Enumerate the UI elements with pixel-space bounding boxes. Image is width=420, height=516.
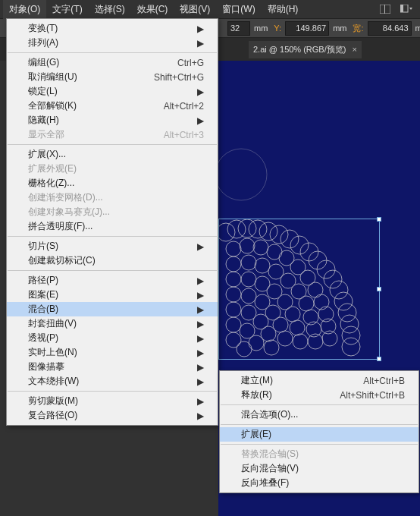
menu-item[interactable]: 隐藏(H)▶ bbox=[7, 113, 218, 127]
menu-item-label: 反向堆叠(F) bbox=[241, 477, 405, 489]
submenu-arrow-icon: ▶ bbox=[196, 87, 204, 97]
menu-item[interactable]: 扩展(X)... bbox=[7, 147, 218, 162]
submenu-arrow-icon: ▶ bbox=[196, 115, 204, 126]
menu-item[interactable]: 反向混合轴(V) bbox=[220, 461, 418, 476]
menu-item[interactable]: 反向堆叠(F) bbox=[220, 476, 418, 490]
separator bbox=[8, 144, 217, 145]
menu-item-label: 编组(G) bbox=[28, 56, 177, 69]
menu-item-label: 透视(P) bbox=[28, 332, 196, 345]
separator bbox=[8, 52, 217, 53]
w-input[interactable] bbox=[368, 21, 412, 36]
menu-item[interactable]: 混合(B)▶ bbox=[7, 302, 218, 316]
menu-help[interactable]: 帮助(H) bbox=[262, 0, 305, 19]
menu-item[interactable]: 图像描摹▶ bbox=[7, 360, 218, 374]
menu-view[interactable]: 视图(V) bbox=[174, 0, 216, 19]
menu-item[interactable]: 创建裁切标记(C) bbox=[7, 253, 218, 268]
menu-item[interactable]: 扩展(E) bbox=[220, 427, 418, 442]
menu-item[interactable]: 路径(P)▶ bbox=[7, 273, 218, 288]
menu-item-label: 图像描摹 bbox=[28, 360, 196, 373]
menu-item-label: 封套扭曲(V) bbox=[28, 317, 196, 330]
menu-item[interactable]: 拼合透明度(F)... bbox=[7, 219, 218, 234]
menubar: 对象(O) 文字(T) 选择(S) 效果(C) 视图(V) 窗口(W) 帮助(H… bbox=[0, 0, 420, 18]
toolbar-icon-1[interactable] bbox=[378, 3, 393, 15]
menu-item-label: 实时上色(N) bbox=[28, 346, 196, 359]
svg-rect-1 bbox=[384, 5, 385, 14]
menu-item-label: 混合选项(O)... bbox=[241, 408, 405, 421]
menu-item-label: 扩展(E) bbox=[241, 428, 405, 441]
menu-type[interactable]: 文字(T) bbox=[46, 0, 88, 19]
menu-shortcut: Alt+Ctrl+2 bbox=[164, 101, 204, 112]
submenu-arrow-icon: ▶ bbox=[196, 241, 204, 252]
menu-item[interactable]: 变换(T)▶ bbox=[7, 21, 218, 36]
object-menu-dropdown: 变换(T)▶排列(A)▶编组(G)Ctrl+G取消编组(U)Shift+Ctrl… bbox=[6, 18, 218, 426]
separator bbox=[8, 270, 217, 271]
separator bbox=[221, 444, 418, 445]
menu-item[interactable]: 混合选项(O)... bbox=[220, 407, 418, 422]
menu-item[interactable]: 文本绕排(W)▶ bbox=[7, 374, 218, 389]
submenu-arrow-icon: ▶ bbox=[196, 411, 204, 421]
menu-item[interactable]: 封套扭曲(V)▶ bbox=[7, 316, 218, 331]
menu-select[interactable]: 选择(S) bbox=[89, 0, 131, 19]
menu-object[interactable]: 对象(O) bbox=[3, 0, 46, 19]
menu-effect[interactable]: 效果(C) bbox=[131, 0, 174, 19]
menu-item-label: 替换混合轴(S) bbox=[241, 448, 405, 461]
menu-item-label: 排列(A) bbox=[28, 36, 196, 49]
menu-item-label: 变换(T) bbox=[28, 22, 196, 35]
document-tab[interactable]: 2.ai @ 150% (RGB/预览) × bbox=[249, 41, 362, 58]
menu-item-label: 建立(M) bbox=[241, 374, 363, 387]
menu-item-label: 锁定(L) bbox=[28, 85, 196, 98]
close-icon[interactable]: × bbox=[352, 45, 356, 54]
menu-window[interactable]: 窗口(W) bbox=[216, 0, 261, 19]
menu-item[interactable]: 释放(R)Alt+Shift+Ctrl+B bbox=[220, 388, 418, 402]
menu-item-label: 切片(S) bbox=[28, 240, 196, 253]
toolbar-icon-2[interactable] bbox=[399, 3, 414, 15]
svg-point-4 bbox=[218, 149, 267, 200]
menu-item[interactable]: 复合路径(O)▶ bbox=[7, 408, 218, 423]
submenu-arrow-icon: ▶ bbox=[196, 333, 204, 344]
menu-item-label: 取消编组(U) bbox=[28, 71, 154, 83]
menu-item[interactable]: 栅格化(Z)... bbox=[7, 176, 218, 190]
menu-item-label: 全部解锁(K) bbox=[28, 99, 164, 112]
menu-shortcut: Shift+Ctrl+G bbox=[154, 72, 204, 83]
submenu-arrow-icon: ▶ bbox=[196, 376, 204, 387]
menu-item[interactable]: 建立(M)Alt+Ctrl+B bbox=[220, 373, 418, 388]
handle-r[interactable] bbox=[377, 287, 381, 291]
blend-submenu-dropdown: 建立(M)Alt+Ctrl+B释放(R)Alt+Shift+Ctrl+B混合选项… bbox=[219, 370, 419, 493]
y-unit: mm bbox=[331, 24, 349, 33]
menu-item[interactable]: 全部解锁(K)Alt+Ctrl+2 bbox=[7, 99, 218, 113]
submenu-arrow-icon: ▶ bbox=[196, 24, 204, 34]
submenu-arrow-icon: ▶ bbox=[196, 348, 204, 358]
menu-shortcut: Alt+Ctrl+B bbox=[363, 376, 405, 386]
menu-item[interactable]: 实时上色(N)▶ bbox=[7, 345, 218, 360]
x-input-suffix[interactable] bbox=[227, 21, 250, 36]
menu-item-label: 扩展外观(E) bbox=[28, 162, 204, 175]
menu-item[interactable]: 锁定(L)▶ bbox=[7, 84, 218, 99]
menu-item[interactable]: 取消编组(U)Shift+Ctrl+G bbox=[7, 70, 218, 84]
menu-item[interactable]: 编组(G)Ctrl+G bbox=[7, 55, 218, 70]
menu-item[interactable]: 切片(S)▶ bbox=[7, 239, 218, 253]
menu-item[interactable]: 图案(E)▶ bbox=[7, 288, 218, 302]
handle-tr[interactable] bbox=[377, 217, 381, 222]
menu-item-label: 栅格化(Z)... bbox=[28, 177, 204, 190]
menu-item-label: 反向混合轴(V) bbox=[241, 462, 405, 475]
svg-rect-3 bbox=[400, 5, 403, 12]
menu-shortcut: Alt+Ctrl+3 bbox=[164, 130, 204, 140]
menu-item[interactable]: 剪切蒙版(M)▶ bbox=[7, 394, 218, 408]
menu-item-label: 混合(B) bbox=[28, 303, 196, 316]
submenu-arrow-icon: ▶ bbox=[196, 290, 204, 300]
menu-item[interactable]: 透视(P)▶ bbox=[7, 331, 218, 345]
separator bbox=[8, 391, 217, 392]
handle-br[interactable] bbox=[377, 357, 381, 361]
menu-item[interactable]: 排列(A)▶ bbox=[7, 36, 218, 50]
y-input[interactable] bbox=[285, 21, 329, 36]
menu-item-label: 剪切蒙版(M) bbox=[28, 395, 196, 407]
menu-item-label: 释放(R) bbox=[241, 389, 340, 401]
submenu-arrow-icon: ▶ bbox=[196, 319, 204, 329]
tab-label: 2.ai @ 150% (RGB/预览) bbox=[253, 44, 346, 55]
menu-shortcut: Alt+Shift+Ctrl+B bbox=[340, 390, 405, 401]
menu-item-label: 隐藏(H) bbox=[28, 114, 196, 127]
menu-item-label: 创建对象马赛克(J)... bbox=[28, 206, 204, 219]
menu-item-label: 路径(P) bbox=[28, 274, 196, 287]
selection-box[interactable] bbox=[218, 219, 380, 360]
menu-item-label: 文本绕排(W) bbox=[28, 375, 196, 388]
